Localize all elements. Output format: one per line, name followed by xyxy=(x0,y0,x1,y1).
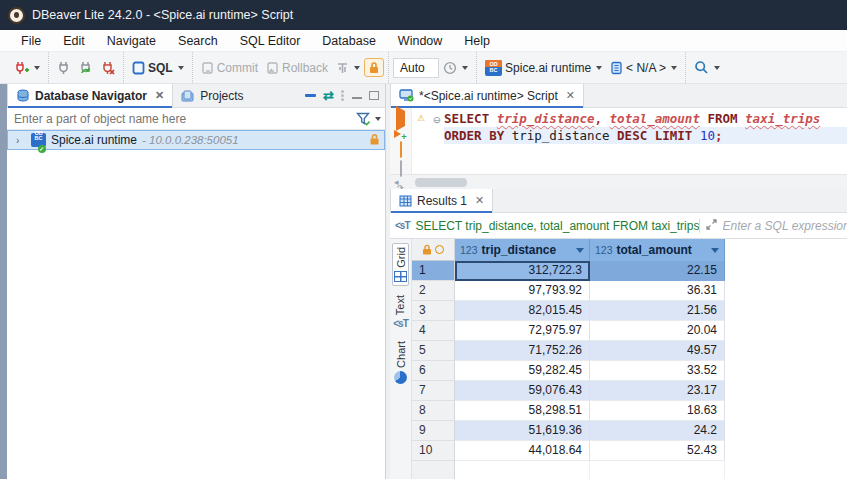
cell-trip_distance[interactable]: 44,018.64 xyxy=(455,441,590,461)
table-row[interactable]: 659,282.4533.52 xyxy=(412,361,847,381)
expand-chevron-icon[interactable]: › xyxy=(16,135,26,146)
row-number[interactable]: 4 xyxy=(412,321,455,341)
table-row[interactable]: 571,752.2649.57 xyxy=(412,341,847,361)
menu-help[interactable]: Help xyxy=(453,30,501,51)
transaction-mode-button[interactable] xyxy=(332,58,364,78)
filter-settings-button[interactable] xyxy=(356,112,381,126)
disconnect-button[interactable] xyxy=(97,58,119,78)
object-filter-input[interactable] xyxy=(14,112,356,126)
cell-trip_distance[interactable]: 312,722.3 xyxy=(455,261,590,281)
active-connection-selector[interactable]: ODBC Spice.ai runtime xyxy=(481,57,606,79)
sql-expression-input[interactable]: Enter a SQL expression to xyxy=(723,219,847,233)
column-menu-icon[interactable] xyxy=(576,248,584,253)
cell-trip_distance[interactable]: 72,975.97 xyxy=(455,321,590,341)
active-schema-selector[interactable]: < N/A > xyxy=(606,58,681,78)
sql-editor[interactable]: + ↷ ⚠ ⊖ SELECT trip_distance, total_amou… xyxy=(390,108,847,174)
menu-edit[interactable]: Edit xyxy=(52,30,96,51)
execute-script-alt-button[interactable] xyxy=(400,161,402,176)
close-icon[interactable]: ✕ xyxy=(475,194,484,207)
grid-corner-cell[interactable] xyxy=(412,239,455,261)
sql-script-icon xyxy=(399,89,414,102)
row-number[interactable]: 7 xyxy=(412,381,455,401)
connection-tree-item[interactable]: › ODBC✓ Spice.ai runtime - 10.0.0.238:50… xyxy=(7,130,385,150)
table-row[interactable]: 1312,722.322.15 xyxy=(412,261,847,281)
tab-database-navigator[interactable]: Database Navigator ✕ xyxy=(7,84,173,107)
cell-trip_distance[interactable]: 71,752.26 xyxy=(455,341,590,361)
scrollbar-thumb[interactable] xyxy=(415,178,467,187)
link-editor-icon[interactable]: ⇄ xyxy=(323,88,334,103)
view-tab-grid[interactable]: Grid xyxy=(392,243,409,286)
new-connection-button[interactable] xyxy=(10,57,44,78)
row-number[interactable]: 3 xyxy=(412,301,455,321)
tab-results-1[interactable]: Results 1 ✕ xyxy=(390,189,493,212)
cell-trip_distance[interactable]: 51,619.36 xyxy=(455,421,590,441)
execute-new-tab-button[interactable]: + xyxy=(394,130,406,138)
transaction-history-button[interactable] xyxy=(439,58,472,78)
reconnect-button[interactable] xyxy=(75,58,97,78)
column-header-trip-distance[interactable]: 123 trip_distance xyxy=(455,239,590,261)
connect-button[interactable] xyxy=(53,58,75,78)
fold-collapse-icon[interactable]: ⊖ xyxy=(433,112,441,127)
row-number[interactable]: 9 xyxy=(412,421,455,441)
menu-window[interactable]: Window xyxy=(387,30,453,51)
cell-total_amount[interactable]: 33.52 xyxy=(590,361,725,381)
row-number[interactable]: 1 xyxy=(412,261,455,281)
chart-view-icon xyxy=(394,371,407,384)
cell-total_amount[interactable]: 49.57 xyxy=(590,341,725,361)
table-row[interactable]: 382,015.4521.56 xyxy=(412,301,847,321)
table-row[interactable]: 951,619.3624.2 xyxy=(412,421,847,441)
cell-trip_distance[interactable]: 59,282.45 xyxy=(455,361,590,381)
row-number[interactable]: 6 xyxy=(412,361,455,381)
autocommit-combo[interactable]: Auto xyxy=(393,58,439,78)
maximize-view-icon[interactable] xyxy=(369,91,379,100)
column-menu-icon[interactable] xyxy=(711,248,719,253)
connection-readonly-toggle[interactable] xyxy=(364,58,384,77)
cell-trip_distance[interactable]: 58,298.51 xyxy=(455,401,590,421)
row-number[interactable]: 8 xyxy=(412,401,455,421)
table-row[interactable]: 472,975.9720.04 xyxy=(412,321,847,341)
editor-horizontal-scrollbar[interactable]: ◂ xyxy=(390,174,847,189)
execute-script-button[interactable] xyxy=(400,142,402,157)
cell-total_amount[interactable]: 52.43 xyxy=(590,441,725,461)
cell-total_amount[interactable]: 23.17 xyxy=(590,381,725,401)
commit-button[interactable]: Commit xyxy=(197,58,262,78)
tab-projects[interactable]: Projects xyxy=(173,84,251,107)
row-number[interactable]: 5 xyxy=(412,341,455,361)
menu-sql-editor[interactable]: SQL Editor xyxy=(229,30,312,51)
cell-trip_distance[interactable]: 82,015.45 xyxy=(455,301,590,321)
menu-database[interactable]: Database xyxy=(311,30,387,51)
view-tab-text[interactable]: Text <sT xyxy=(392,292,409,332)
cell-total_amount[interactable]: 20.04 xyxy=(590,321,725,341)
table-row[interactable]: 759,076.4323.17 xyxy=(412,381,847,401)
cell-total_amount[interactable]: 22.15 xyxy=(590,261,725,281)
cell-trip_distance[interactable]: 97,793.92 xyxy=(455,281,590,301)
rollback-button[interactable]: Rollback xyxy=(262,58,332,78)
close-icon[interactable]: ✕ xyxy=(155,89,164,102)
table-row[interactable]: 1044,018.6452.43 xyxy=(412,441,847,461)
row-number[interactable]: 2 xyxy=(412,281,455,301)
editor-code-area[interactable]: SELECT trip_distance, total_amount FROM … xyxy=(444,108,847,174)
cell-trip_distance[interactable]: 59,076.43 xyxy=(455,381,590,401)
cell-total_amount[interactable]: 36.31 xyxy=(590,281,725,301)
table-row[interactable]: 858,298.5118.63 xyxy=(412,401,847,421)
collapse-all-icon[interactable] xyxy=(305,94,316,97)
menu-search[interactable]: Search xyxy=(167,30,229,51)
new-sql-editor-button[interactable]: SQL xyxy=(128,58,188,78)
expand-filter-button[interactable] xyxy=(700,218,723,234)
cell-total_amount[interactable]: 18.63 xyxy=(590,401,725,421)
minimize-view-icon[interactable] xyxy=(352,92,362,99)
menu-navigate[interactable]: Navigate xyxy=(96,30,167,51)
row-number[interactable]: 10 xyxy=(412,441,455,461)
table-row[interactable]: 297,793.9236.31 xyxy=(412,281,847,301)
tab-sql-script[interactable]: *<Spice.ai runtime> Script ✕ xyxy=(390,84,584,107)
menu-file[interactable]: File xyxy=(10,30,52,51)
cell-total_amount[interactable]: 24.2 xyxy=(590,421,725,441)
search-button[interactable] xyxy=(690,57,724,78)
column-header-total-amount[interactable]: 123 total_amount xyxy=(590,239,725,261)
cell-total_amount[interactable]: 21.56 xyxy=(590,301,725,321)
view-tab-chart[interactable]: Chart xyxy=(393,338,408,387)
execute-statement-button[interactable] xyxy=(396,111,405,126)
close-icon[interactable]: ✕ xyxy=(566,89,575,102)
view-menu-icon[interactable] xyxy=(341,89,345,102)
results-grid[interactable]: 123 trip_distance 123 total_amount 1312,… xyxy=(412,239,847,479)
